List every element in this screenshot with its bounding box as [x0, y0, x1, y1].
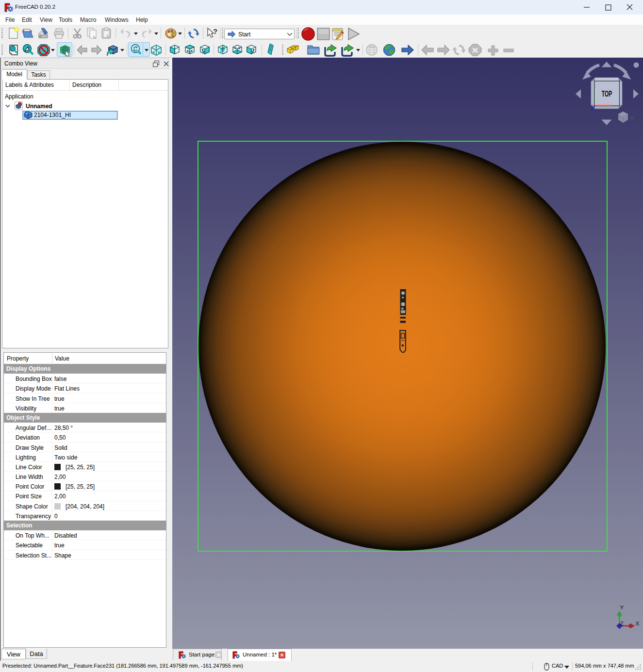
svg-text:X: X: [636, 621, 640, 626]
svg-text:Z: Z: [620, 621, 624, 626]
svg-text:Y: Y: [620, 605, 624, 610]
svg-text:TOP: TOP: [602, 89, 612, 98]
svg-text:?: ?: [213, 27, 217, 35]
